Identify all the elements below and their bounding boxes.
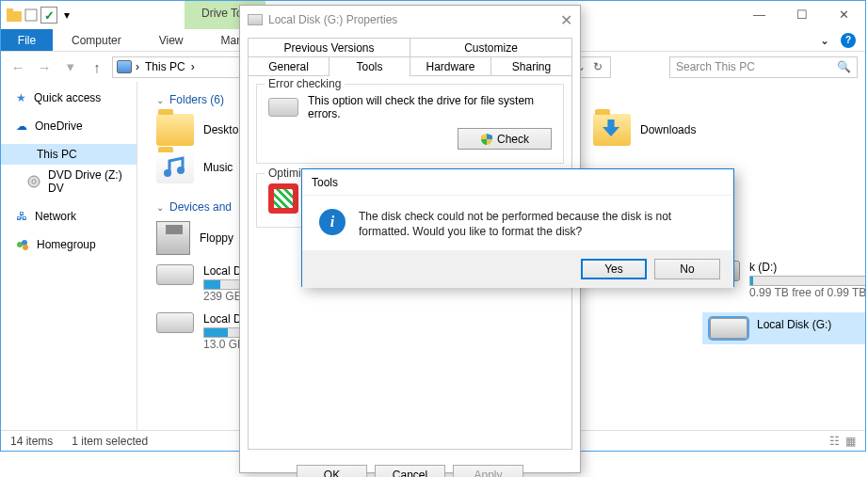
drive-icon <box>710 318 747 339</box>
button-label: Check <box>497 133 529 146</box>
maximize-button[interactable]: ☐ <box>780 1 823 27</box>
no-button[interactable]: No <box>654 259 720 279</box>
ribbon-file-tab[interactable]: File <box>1 29 53 51</box>
drive-icon <box>248 14 263 25</box>
drive-icon <box>268 98 298 117</box>
chevron-down-icon: ⌄ <box>156 202 164 213</box>
ribbon-tab-computer[interactable]: Computer <box>53 29 140 51</box>
sidebar-label: Network <box>35 210 76 223</box>
sidebar-item-onedrive[interactable]: ☁ OneDrive <box>1 116 137 136</box>
disc-icon <box>27 175 40 188</box>
close-button[interactable]: ✕ <box>823 1 865 27</box>
details-view-icon[interactable]: ☷ <box>829 435 840 448</box>
homegroup-icon <box>16 238 29 251</box>
capacity-bar <box>749 276 865 286</box>
sidebar-label: Quick access <box>34 91 101 104</box>
drive-icon <box>156 312 194 333</box>
group-legend: Error checking <box>265 77 345 90</box>
forward-button[interactable]: → <box>35 57 54 76</box>
cloud-icon: ☁ <box>16 119 27 133</box>
sidebar-label: Homegroup <box>37 238 96 251</box>
apply-button[interactable]: Apply <box>453 465 523 477</box>
large-icons-view-icon[interactable]: ▦ <box>845 435 856 448</box>
message-box: Tools i The disk check could not be perf… <box>301 168 734 287</box>
sidebar-label: OneDrive <box>35 119 83 133</box>
search-icon: 🔍 <box>837 60 851 73</box>
svg-point-4 <box>32 180 36 183</box>
help-icon[interactable]: ? <box>841 33 856 48</box>
search-input[interactable]: Search This PC 🔍 <box>669 56 858 78</box>
ribbon-collapse-icon[interactable]: ⌄ <box>820 34 829 47</box>
this-pc-icon <box>117 60 132 73</box>
address-chevron[interactable]: › <box>191 60 195 73</box>
checkbox-toggle-icon[interactable]: ✓ <box>40 7 57 24</box>
message-title: Tools <box>312 176 338 189</box>
drive-label: Local Disk (G:) <box>757 318 831 331</box>
sidebar-item-network[interactable]: 🖧 Network <box>1 206 137 227</box>
up-button[interactable]: ↑ <box>88 57 106 76</box>
star-icon: ★ <box>16 91 26 104</box>
section-title: Folders (6) <box>169 93 224 106</box>
svg-rect-0 <box>7 11 22 22</box>
defrag-icon <box>268 183 298 214</box>
downloads-folder-icon <box>593 114 631 146</box>
ok-button[interactable]: OK <box>297 465 367 477</box>
drive-icon <box>156 264 194 285</box>
folder-desktop[interactable]: Desktop <box>156 114 245 146</box>
message-button-row: Yes No <box>302 250 733 288</box>
chevron-down-icon: ⌄ <box>156 95 164 105</box>
svg-point-6 <box>22 240 27 246</box>
tab-general[interactable]: General <box>248 56 330 76</box>
tab-customize[interactable]: Customize <box>410 38 572 57</box>
sidebar-label: DVD Drive (Z:) DV <box>48 168 129 195</box>
navigation-pane: ★ Quick access ☁ OneDrive This PC DVD Dr… <box>1 82 137 430</box>
status-selected-count: 1 item selected <box>72 435 148 448</box>
error-checking-group: Error checking This option will check th… <box>256 84 564 164</box>
drive-g-selected[interactable]: Local Disk (G:) <box>702 312 865 344</box>
floppy-icon <box>156 221 190 255</box>
shield-icon <box>480 133 493 146</box>
music-folder-icon <box>156 151 194 183</box>
tab-previous-versions[interactable]: Previous Versions <box>248 38 410 57</box>
message-titlebar: Tools <box>302 169 733 196</box>
sidebar-item-this-pc[interactable]: This PC <box>1 144 137 165</box>
back-button[interactable]: ← <box>8 57 27 76</box>
yes-button[interactable]: Yes <box>581 259 647 279</box>
group-description: This option will check the drive for fil… <box>308 94 552 120</box>
info-icon: i <box>319 209 346 235</box>
check-button[interactable]: Check <box>458 128 552 150</box>
svg-point-7 <box>23 245 28 250</box>
tab-hardware[interactable]: Hardware <box>410 56 491 76</box>
properties-icon[interactable] <box>24 8 39 23</box>
sidebar-label: This PC <box>37 148 77 161</box>
refresh-icon[interactable]: ↻ <box>589 60 606 73</box>
sidebar-item-dvd[interactable]: DVD Drive (Z:) DV <box>1 165 137 199</box>
folder-icon <box>7 8 22 23</box>
folder-music[interactable]: Music <box>156 151 245 183</box>
this-pc-icon <box>16 149 29 160</box>
cancel-button[interactable]: Cancel <box>375 465 445 477</box>
drive-sublabel: 0.99 TB free of 0.99 TB <box>749 286 865 299</box>
drive-label: Floppy <box>200 231 233 245</box>
dialog-titlebar: Local Disk (G:) Properties ✕ <box>240 6 580 34</box>
svg-point-9 <box>177 167 185 174</box>
tab-tools[interactable]: Tools <box>330 56 410 76</box>
folder-label: Music <box>203 161 233 174</box>
dialog-title: Local Disk (G:) Properties <box>268 13 397 26</box>
address-segment[interactable]: This PC <box>139 60 191 73</box>
sidebar-item-homegroup[interactable]: Homegroup <box>1 234 137 255</box>
sidebar-item-quick-access[interactable]: ★ Quick access <box>1 87 137 108</box>
close-icon[interactable]: ✕ <box>560 11 572 29</box>
ribbon-tab-view[interactable]: View <box>140 29 202 51</box>
folder-icon <box>156 114 194 146</box>
status-item-count: 14 items <box>10 435 53 448</box>
drive-label: k (D:) <box>749 261 865 274</box>
tab-sharing[interactable]: Sharing <box>491 56 572 76</box>
overflow-caret-icon[interactable]: ▾ <box>59 8 74 23</box>
dialog-button-row: OK Cancel Apply <box>240 459 580 477</box>
minimize-button[interactable]: — <box>738 1 780 27</box>
message-text: The disk check could not be performed be… <box>359 209 716 237</box>
folder-downloads[interactable]: Downloads <box>593 114 696 146</box>
svg-point-8 <box>164 169 171 177</box>
recent-dropdown[interactable]: ▾ <box>61 57 80 76</box>
